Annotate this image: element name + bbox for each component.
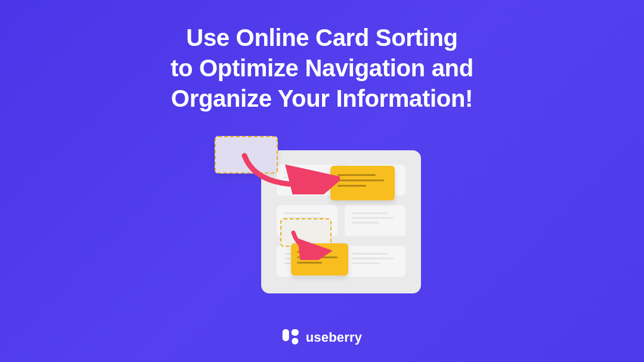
ghost-card-source xyxy=(215,136,278,174)
svg-rect-1 xyxy=(292,329,299,336)
useberry-logo-icon xyxy=(282,329,300,346)
card-slot xyxy=(277,165,338,196)
card-slot xyxy=(345,246,405,277)
ghost-card-intermediate xyxy=(280,218,332,247)
svg-point-2 xyxy=(292,338,298,345)
headline: Use Online Card Sortingto Optimize Navig… xyxy=(171,23,473,115)
yellow-card-bottom xyxy=(291,243,348,276)
card-sorting-illustration xyxy=(215,136,429,309)
brand-name-text: useberry xyxy=(306,330,363,345)
yellow-card-top xyxy=(330,166,395,200)
card-slot xyxy=(345,205,405,236)
svg-rect-0 xyxy=(283,329,289,341)
brand-logo: useberry xyxy=(282,329,363,346)
